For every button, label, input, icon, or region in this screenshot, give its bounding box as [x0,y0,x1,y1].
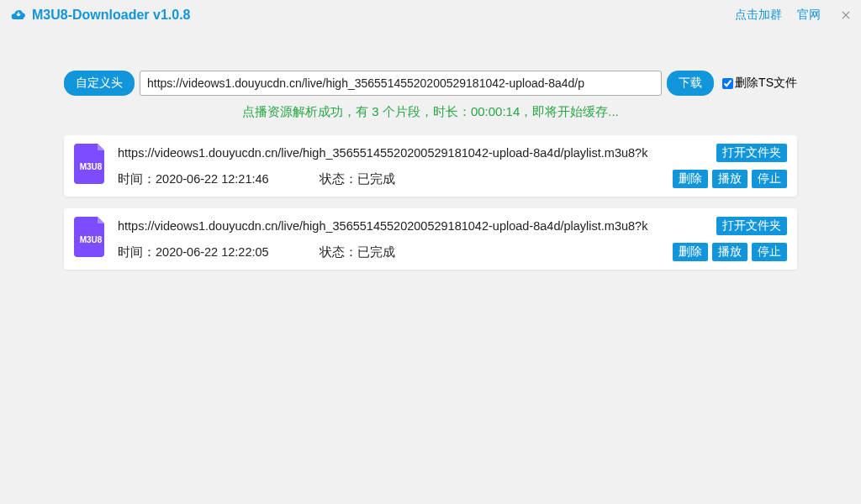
delete-button[interactable]: 删除 [673,170,708,188]
task-row: M3U8 https://videows1.douyucdn.cn/live/h… [64,135,797,197]
task-body: https://videows1.douyucdn.cn/live/high_3… [118,217,787,261]
task-row: M3U8 https://videows1.douyucdn.cn/live/h… [64,208,797,270]
app-title: M3U8-Downloader v1.0.8 [32,8,735,23]
stop-button[interactable]: 停止 [752,170,787,188]
close-icon[interactable] [836,5,856,25]
task-status: 状态：已完成 [320,171,673,187]
cloud-download-icon [10,7,27,24]
open-folder-button[interactable]: 打开文件夹 [716,217,787,235]
download-button[interactable]: 下载 [667,71,714,96]
task-url: https://videows1.douyucdn.cn/live/high_3… [118,219,708,233]
titlebar: M3U8-Downloader v1.0.8 点击加群 官网 [0,0,861,30]
join-group-link[interactable]: 点击加群 [735,8,782,23]
stop-button[interactable]: 停止 [752,243,787,261]
m3u8-file-icon: M3U8 [74,144,108,184]
m3u8-file-icon: M3U8 [74,217,108,257]
delete-button[interactable]: 删除 [673,243,708,261]
delete-ts-label: 删除TS文件 [735,76,797,91]
play-button[interactable]: 播放 [712,243,747,261]
toolbar: 自定义头 下载 删除TS文件 [64,71,797,96]
task-url: https://videows1.douyucdn.cn/live/high_3… [118,146,708,160]
status-message: 点播资源解析成功，有 3 个片段，时长：00:00:14，即将开始缓存... [0,104,861,120]
official-site-link[interactable]: 官网 [797,8,821,23]
url-input[interactable] [140,71,662,96]
play-button[interactable]: 播放 [712,170,747,188]
svg-text:M3U8: M3U8 [80,235,103,244]
task-status: 状态：已完成 [320,244,673,260]
task-time: 时间：2020-06-22 12:21:46 [118,171,320,187]
delete-ts-checkbox[interactable]: 删除TS文件 [722,76,797,91]
open-folder-button[interactable]: 打开文件夹 [716,144,787,162]
task-list: M3U8 https://videows1.douyucdn.cn/live/h… [64,135,797,270]
custom-header-button[interactable]: 自定义头 [64,71,135,96]
svg-text:M3U8: M3U8 [80,162,103,171]
task-body: https://videows1.douyucdn.cn/live/high_3… [118,144,787,188]
task-time: 时间：2020-06-22 12:22:05 [118,244,320,260]
delete-ts-input[interactable] [722,78,733,89]
